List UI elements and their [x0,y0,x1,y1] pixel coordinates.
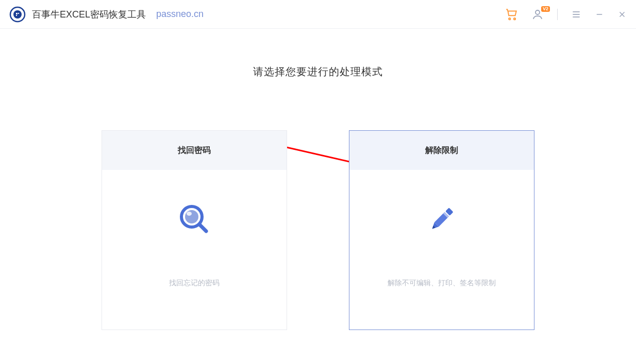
svg-point-17 [185,210,198,223]
remove-restriction-body: 解除不可编辑、打印、签名等限制 [349,170,534,330]
menu-icon[interactable] [571,9,581,20]
remove-restriction-card[interactable]: 解除限制 解除不可编辑、打印、签名等限制 [349,130,534,330]
recover-password-desc: 找回忘记的密码 [169,279,220,288]
recover-password-card[interactable]: 找回密码 找回忘记的密码 [102,130,287,330]
cart-icon[interactable] [505,8,518,21]
vip-badge: V2 [541,6,550,12]
page-title: 请选择您要进行的处理模式 [0,65,636,79]
minimize-icon[interactable] [595,10,604,19]
remove-restriction-title: 解除限制 [349,131,534,170]
svg-point-18 [187,212,192,216]
svg-rect-4 [16,15,17,16]
main-content: 请选择您要进行的处理模式 找回密码 找回忘记的密码 [0,29,636,330]
recover-password-title: 找回密码 [102,131,287,170]
svg-point-6 [514,18,515,20]
header-controls: V2 [505,8,627,21]
app-logo-icon [9,6,26,23]
pencil-icon [425,201,458,237]
close-icon[interactable] [617,10,627,19]
app-title: 百事牛EXCEL密码恢复工具 [32,8,146,21]
app-header: 百事牛EXCEL密码恢复工具 passneo.cn V2 [0,0,636,29]
svg-point-5 [509,18,510,20]
magnifier-icon [178,201,211,237]
website-link[interactable]: passneo.cn [156,9,204,20]
mode-cards: 找回密码 找回忘记的密码 解除限制 [0,130,636,330]
svg-point-7 [535,10,540,14]
svg-rect-3 [18,13,19,14]
account-icon[interactable]: V2 [531,8,544,21]
remove-restriction-desc: 解除不可编辑、打印、签名等限制 [388,279,496,288]
svg-line-19 [200,225,206,231]
svg-rect-2 [16,13,18,14]
recover-password-body: 找回忘记的密码 [102,170,287,330]
header-divider [557,9,558,20]
